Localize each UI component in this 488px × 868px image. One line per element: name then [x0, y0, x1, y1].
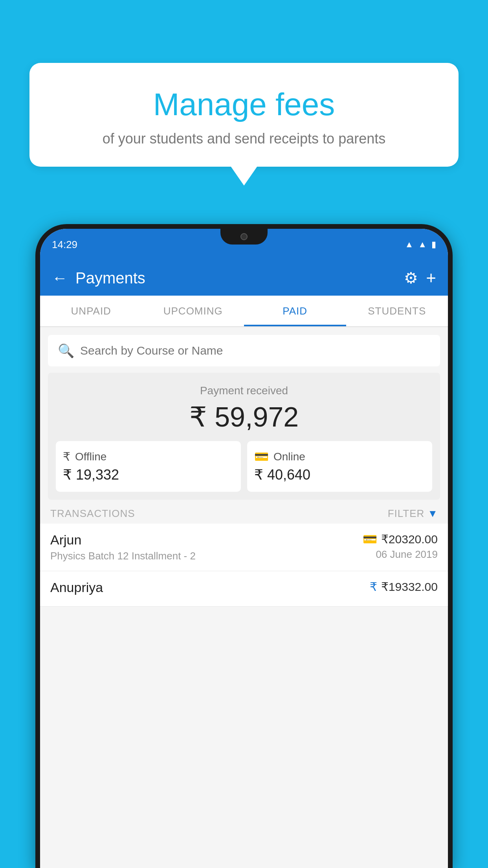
transaction-amount: ₹20320.00	[381, 532, 438, 546]
cash-payment-icon: ₹	[370, 580, 377, 594]
camera	[240, 233, 248, 240]
search-input[interactable]	[80, 344, 430, 357]
status-bar: 14:29 ▲ ▲ ▮	[40, 229, 448, 260]
tab-paid[interactable]: PAID	[244, 296, 346, 326]
filter-icon: ▼	[427, 508, 438, 520]
phone-frame: 14:29 ▲ ▲ ▮ ← Payments ⚙ + UNPAID UPCOMI…	[35, 224, 453, 868]
back-button[interactable]: ←	[52, 269, 68, 287]
transactions-header: TRANSACTIONS FILTER ▼	[40, 500, 448, 524]
offline-card-top: ₹ Offline	[63, 450, 234, 463]
amount-row: ₹ ₹19332.00	[370, 580, 438, 594]
status-time: 14:29	[52, 239, 77, 251]
transaction-amount: ₹19332.00	[381, 580, 438, 594]
payment-received-label: Payment received	[56, 384, 432, 397]
filter-label: FILTER	[388, 508, 425, 520]
status-icons: ▲ ▲ ▮	[405, 239, 436, 250]
tabs: UNPAID UPCOMING PAID STUDENTS	[40, 296, 448, 327]
bubble-subtitle: of your students and send receipts to pa…	[49, 131, 439, 147]
payment-cards: ₹ Offline ₹ 19,332 💳 Online ₹ 40,640	[56, 441, 432, 492]
card-payment-icon: 💳	[363, 532, 377, 546]
transaction-right: ₹ ₹19332.00	[370, 580, 438, 596]
transaction-description: Physics Batch 12 Installment - 2	[50, 550, 363, 562]
filter-button[interactable]: FILTER ▼	[388, 508, 438, 520]
offline-amount: ₹ 19,332	[63, 467, 234, 483]
app-header: ← Payments ⚙ +	[40, 260, 448, 296]
search-icon: 🔍	[58, 343, 74, 359]
online-label: Online	[273, 451, 305, 463]
online-card: 💳 Online ₹ 40,640	[247, 441, 432, 492]
tab-upcoming[interactable]: UPCOMING	[142, 296, 244, 326]
payment-received-section: Payment received ₹ 59,972 ₹ Offline ₹ 19…	[48, 373, 440, 500]
offline-card: ₹ Offline ₹ 19,332	[56, 441, 241, 492]
table-row[interactable]: Anupriya ₹ ₹19332.00	[40, 571, 448, 607]
search-bar[interactable]: 🔍	[48, 335, 440, 366]
gear-icon[interactable]: ⚙	[404, 269, 418, 287]
transaction-name: Anupriya	[50, 580, 370, 595]
payment-total-amount: ₹ 59,972	[56, 401, 432, 433]
wifi-icon: ▲	[405, 239, 413, 250]
cash-icon: ₹	[63, 450, 70, 463]
battery-icon: ▮	[431, 239, 436, 250]
notch	[220, 229, 268, 245]
phone-screen: 14:29 ▲ ▲ ▮ ← Payments ⚙ + UNPAID UPCOMI…	[40, 229, 448, 868]
signal-icon: ▲	[418, 239, 427, 250]
card-icon: 💳	[254, 450, 269, 463]
speech-bubble: Manage fees of your students and send re…	[29, 63, 459, 167]
transaction-date: 06 June 2019	[363, 548, 438, 561]
transaction-left: Arjun Physics Batch 12 Installment - 2	[50, 532, 363, 562]
tab-students[interactable]: STUDENTS	[346, 296, 448, 326]
online-card-top: 💳 Online	[254, 450, 425, 463]
amount-row: 💳 ₹20320.00	[363, 532, 438, 546]
header-title: Payments	[75, 269, 404, 287]
transaction-name: Arjun	[50, 532, 363, 548]
transactions-label: TRANSACTIONS	[50, 508, 388, 520]
transaction-right: 💳 ₹20320.00 06 June 2019	[363, 532, 438, 561]
tab-unpaid[interactable]: UNPAID	[40, 296, 142, 326]
bubble-title: Manage fees	[49, 86, 439, 123]
add-button[interactable]: +	[426, 268, 436, 288]
table-row[interactable]: Arjun Physics Batch 12 Installment - 2 💳…	[40, 524, 448, 571]
online-amount: ₹ 40,640	[254, 467, 425, 483]
offline-label: Offline	[75, 451, 106, 463]
content-area: 🔍 Payment received ₹ 59,972 ₹ Offline ₹ …	[40, 327, 448, 868]
transaction-left: Anupriya	[50, 580, 370, 598]
